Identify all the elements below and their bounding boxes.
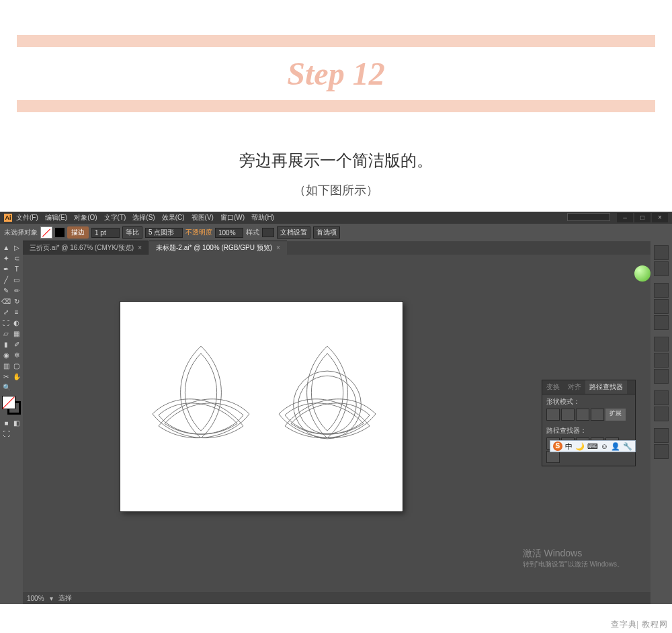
rectangle-tool[interactable]: ▭ bbox=[12, 275, 22, 285]
artboards-icon[interactable] bbox=[654, 444, 669, 459]
doc-tab-2[interactable]: 未标题-2.ai* @ 100% (RGB/GPU 预览)× bbox=[149, 241, 287, 255]
expand-button[interactable]: 扩展 bbox=[605, 409, 626, 421]
toolbox: ▲▷ ✦⊂ ✒T ╱▭ ✎✏ ⌫↻ ⤢≡ ⛶◐ ▱▦ ▮✐ ◉✲ ▥▢ ✂✋ 🔍… bbox=[0, 241, 23, 604]
step-title: Step 12 bbox=[0, 47, 672, 100]
minus-back-icon[interactable] bbox=[546, 451, 560, 463]
menu-help[interactable]: 帮助(H) bbox=[251, 213, 274, 222]
gradient-panel-icon[interactable] bbox=[654, 353, 669, 368]
artboard-tool[interactable]: ▢ bbox=[12, 361, 22, 371]
smile-icon[interactable]: ☺ bbox=[601, 442, 608, 450]
pencil-tool[interactable]: ✏ bbox=[12, 286, 22, 296]
symbols-icon[interactable] bbox=[654, 315, 669, 330]
ime-toolbar[interactable]: S 中 🌙 ⌨ ☺ 👤 🔧 bbox=[550, 440, 636, 452]
stroke-weight-input[interactable] bbox=[91, 228, 120, 238]
brushes-icon[interactable] bbox=[654, 299, 669, 314]
intersect-icon[interactable] bbox=[576, 409, 589, 421]
mesh-tool[interactable]: ▦ bbox=[12, 329, 22, 339]
shape-builder-tool[interactable]: ◐ bbox=[12, 318, 22, 328]
scale-tool[interactable]: ⤢ bbox=[1, 307, 11, 317]
app-logo: Ai bbox=[4, 214, 12, 222]
fill-swatch[interactable] bbox=[40, 226, 52, 239]
activate-title: 激活 Windows bbox=[523, 548, 624, 560]
zoom-level[interactable]: 100% bbox=[27, 595, 44, 602]
search-input[interactable] bbox=[567, 213, 610, 221]
menu-view[interactable]: 视图(V) bbox=[192, 213, 214, 222]
width-tool[interactable]: ≡ bbox=[12, 307, 22, 317]
column-graph-tool[interactable]: ▥ bbox=[1, 361, 11, 371]
pf-tab-transform[interactable]: 变换 bbox=[542, 380, 564, 394]
doc-tab-1[interactable]: 三折页.ai* @ 16.67% (CMYK/预览)× bbox=[23, 241, 149, 255]
workspace[interactable]: 变换 对齐 路径查找器 形状模式： 扩展 bbox=[23, 255, 650, 592]
menu-window[interactable]: 窗口(W) bbox=[220, 213, 245, 222]
color-guide-icon[interactable] bbox=[654, 261, 669, 276]
right-panel-rail bbox=[650, 241, 672, 604]
keyboard-icon[interactable]: ⌨ bbox=[587, 442, 598, 451]
share-orb-icon[interactable] bbox=[634, 265, 650, 282]
style-swatch[interactable] bbox=[262, 228, 274, 237]
fill-stroke-indicator[interactable] bbox=[2, 396, 21, 415]
appearance-icon[interactable] bbox=[654, 390, 669, 405]
gradient-tool[interactable]: ▮ bbox=[1, 339, 11, 349]
selection-tool[interactable]: ▲ bbox=[1, 243, 11, 253]
swatches-icon[interactable] bbox=[654, 283, 669, 298]
lasso-tool[interactable]: ⊂ bbox=[12, 253, 22, 263]
stroke-button[interactable]: 描边 bbox=[67, 226, 89, 239]
pen-tool[interactable]: ✒ bbox=[1, 264, 11, 274]
tool-icon[interactable]: 🔧 bbox=[623, 442, 632, 451]
eraser-tool[interactable]: ⌫ bbox=[1, 296, 11, 306]
color-panel-icon[interactable] bbox=[654, 245, 669, 260]
ime-lang[interactable]: 中 bbox=[565, 441, 573, 452]
fill-box[interactable] bbox=[2, 396, 15, 409]
brush-profile-input[interactable] bbox=[145, 228, 183, 238]
magic-wand-tool[interactable]: ✦ bbox=[1, 253, 11, 263]
windows-activate-notice: 激活 Windows 转到"电脑设置"以激活 Windows。 bbox=[523, 548, 624, 569]
pf-tab-pathfinder[interactable]: 路径查找器 bbox=[585, 380, 627, 394]
doc-setup-button[interactable]: 文档设置 bbox=[277, 226, 310, 239]
graphic-styles-icon[interactable] bbox=[654, 407, 669, 421]
screen-mode[interactable]: ⛶ bbox=[1, 429, 11, 439]
stroke-panel-icon[interactable] bbox=[654, 337, 669, 351]
sogou-icon[interactable]: S bbox=[553, 441, 562, 451]
prefs-button[interactable]: 首选项 bbox=[313, 226, 340, 239]
pf-tab-align[interactable]: 对齐 bbox=[564, 380, 585, 394]
close-icon[interactable]: × bbox=[138, 244, 142, 251]
blend-tool[interactable]: ◉ bbox=[1, 350, 11, 360]
menu-object[interactable]: 对象(O) bbox=[74, 213, 97, 222]
perspective-tool[interactable]: ▱ bbox=[1, 329, 11, 339]
eyedropper-tool[interactable]: ✐ bbox=[12, 339, 22, 349]
artboard bbox=[120, 302, 403, 511]
type-tool[interactable]: T bbox=[12, 264, 22, 274]
pathfinder-panel[interactable]: 变换 对齐 路径查找器 形状模式： 扩展 bbox=[542, 380, 636, 466]
minimize-button[interactable]: – bbox=[617, 213, 633, 222]
maximize-button[interactable]: □ bbox=[634, 213, 650, 222]
line-tool[interactable]: ╱ bbox=[1, 275, 11, 285]
person-icon[interactable]: 👤 bbox=[611, 442, 620, 451]
step-divider-bottom bbox=[17, 100, 655, 112]
opacity-input[interactable] bbox=[215, 228, 243, 238]
slice-tool[interactable]: ✂ bbox=[1, 372, 11, 382]
stroke-swatch[interactable] bbox=[55, 228, 65, 237]
transparency-icon[interactable] bbox=[654, 369, 669, 384]
free-transform-tool[interactable]: ⛶ bbox=[1, 318, 11, 328]
menu-effect[interactable]: 效果(C) bbox=[162, 213, 185, 222]
symbol-sprayer-tool[interactable]: ✲ bbox=[12, 350, 22, 360]
minus-front-icon[interactable] bbox=[561, 409, 575, 421]
menu-file[interactable]: 文件(F) bbox=[16, 213, 38, 222]
close-icon[interactable]: × bbox=[276, 244, 280, 251]
uniform-select[interactable]: 等比 bbox=[122, 226, 142, 239]
color-mode[interactable]: ■ bbox=[1, 418, 11, 428]
hand-tool[interactable]: ✋ bbox=[12, 372, 22, 382]
exclude-icon[interactable] bbox=[591, 409, 604, 421]
unite-icon[interactable] bbox=[546, 409, 560, 421]
menu-type[interactable]: 文字(T) bbox=[104, 213, 126, 222]
menu-select[interactable]: 选择(S) bbox=[132, 213, 155, 222]
paintbrush-tool[interactable]: ✎ bbox=[1, 286, 11, 296]
rotate-tool[interactable]: ↻ bbox=[12, 296, 22, 306]
zoom-tool[interactable]: 🔍 bbox=[1, 382, 11, 392]
direct-selection-tool[interactable]: ▷ bbox=[12, 243, 22, 253]
layers-icon[interactable] bbox=[654, 428, 669, 443]
moon-icon[interactable]: 🌙 bbox=[575, 442, 585, 451]
gradient-mode[interactable]: ◧ bbox=[12, 418, 22, 428]
menu-edit[interactable]: 编辑(E) bbox=[45, 213, 67, 222]
close-button[interactable]: × bbox=[652, 213, 668, 222]
